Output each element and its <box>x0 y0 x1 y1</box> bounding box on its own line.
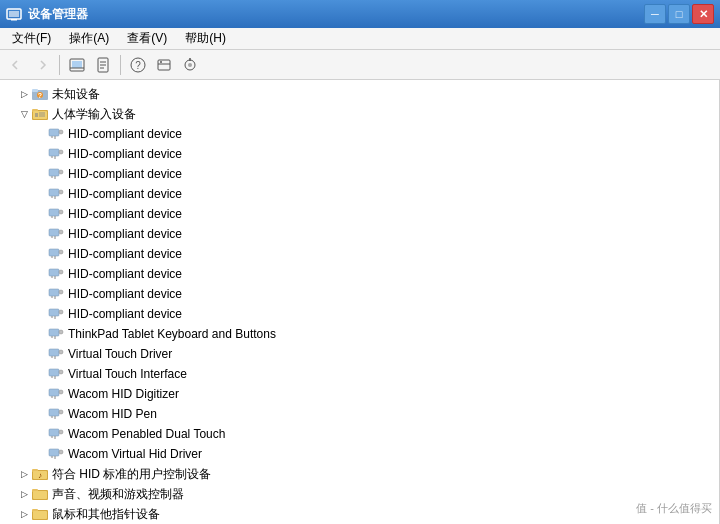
expand-icon-unknown[interactable]: ▷ <box>16 86 32 102</box>
tree-node-wacom-virtual-hid[interactable]: Wacom Penabled Dual Touch <box>0 424 719 444</box>
hid-icon-7 <box>48 247 64 261</box>
svg-rect-56 <box>49 269 59 276</box>
hid-device-icon-3 <box>48 166 64 182</box>
tree-node-hid-9[interactable]: HID-compliant device <box>0 284 719 304</box>
device-tree[interactable]: ▷ ? 未知设备 ▽ <box>0 80 720 524</box>
tree-node-hid-user-control[interactable]: Wacom Virtual Hid Driver <box>0 444 719 464</box>
wacom-dual-touch-icon <box>48 406 64 422</box>
maximize-button[interactable]: □ <box>668 4 690 24</box>
bus-cat-icon <box>32 507 48 521</box>
watermark: 值 - 什么值得买 <box>636 501 712 516</box>
tree-node-hid-3[interactable]: HID-compliant device <box>0 164 719 184</box>
tree-node-mouse[interactable]: ▷ 声音、视频和游戏控制器 <box>0 484 719 504</box>
human-input-category-icon <box>32 106 48 122</box>
back-button[interactable] <box>4 53 28 77</box>
scan-button[interactable] <box>178 53 202 77</box>
tree-node-hid-6[interactable]: HID-compliant device <box>0 224 719 244</box>
svg-point-16 <box>188 63 192 67</box>
tree-node-hid-8[interactable]: HID-compliant device <box>0 264 719 284</box>
hid-device-icon-5 <box>48 206 64 222</box>
hid-user-control-label: Wacom Virtual Hid Driver <box>68 447 202 461</box>
tree-node-wacom-pen[interactable]: Wacom HID Digitizer <box>0 384 719 404</box>
tree-node-human-input[interactable]: ▽ 人体学输入设备 <box>0 104 719 124</box>
hid-icon-9 <box>48 287 64 301</box>
properties-button[interactable] <box>91 53 115 77</box>
title-bar-controls[interactable]: ─ □ ✕ <box>644 4 714 24</box>
tree-node-unknown[interactable]: ▷ ? 未知设备 <box>0 84 719 104</box>
tree-node-wacom-dual-touch[interactable]: Wacom HID Pen <box>0 404 719 424</box>
hid-4-label: HID-compliant device <box>68 187 182 201</box>
help-icon: ? <box>130 57 146 73</box>
tree-node-wacom-digitizer[interactable]: Virtual Touch Interface <box>0 364 719 384</box>
tree-node-hid-5[interactable]: HID-compliant device <box>0 204 719 224</box>
expand-icon-mouse[interactable]: ▷ <box>16 486 32 502</box>
svg-rect-60 <box>49 289 59 296</box>
svg-rect-64 <box>49 309 59 316</box>
category-folder-icon <box>32 107 48 121</box>
tree-node-bus[interactable]: ▷ 鼠标和其他指针设备 <box>0 504 719 524</box>
tree-node-thinkpad-kb[interactable]: HID-compliant device <box>0 304 719 324</box>
svg-point-67 <box>59 310 63 314</box>
menu-help[interactable]: 帮助(H) <box>177 28 234 49</box>
svg-rect-76 <box>49 369 59 376</box>
tree-node-virtual-touch-interface[interactable]: Virtual Touch Driver <box>0 344 719 364</box>
svg-point-14 <box>160 61 162 63</box>
menu-view[interactable]: 查看(V) <box>119 28 175 49</box>
folder-icon-unknown: ? <box>32 86 48 102</box>
update-driver-icon <box>156 57 172 73</box>
svg-text:♪: ♪ <box>38 471 42 480</box>
expand-icon-human-input[interactable]: ▽ <box>16 106 32 122</box>
hid-uc-icon <box>48 447 64 461</box>
forward-icon <box>35 58 49 72</box>
tree-node-hid-7[interactable]: HID-compliant device <box>0 244 719 264</box>
svg-point-39 <box>59 170 63 174</box>
expand-icon-bus[interactable]: ▷ <box>16 506 32 522</box>
forward-button[interactable] <box>30 53 54 77</box>
audio-video-category-icon: ♪ <box>32 466 48 482</box>
svg-rect-80 <box>49 389 59 396</box>
show-all-icon <box>69 57 85 73</box>
menu-action[interactable]: 操作(A) <box>61 28 117 49</box>
audio-video-label: 符合 HID 标准的用户控制设备 <box>52 466 211 483</box>
menu-file[interactable]: 文件(F) <box>4 28 59 49</box>
virtual-touch-driver-label: ThinkPad Tablet Keyboard and Buttons <box>68 327 276 341</box>
virtual-touch-interface-icon <box>48 346 64 362</box>
svg-point-47 <box>59 210 63 214</box>
hid-7-label: HID-compliant device <box>68 247 182 261</box>
svg-rect-36 <box>49 169 59 176</box>
svg-rect-12 <box>158 60 170 70</box>
svg-point-63 <box>59 290 63 294</box>
hid-icon-8 <box>48 267 64 281</box>
unknown-devices-label: 未知设备 <box>52 86 100 103</box>
hid-device-icon-4 <box>48 186 64 202</box>
mouse-label: 声音、视频和游戏控制器 <box>52 486 184 503</box>
close-button[interactable]: ✕ <box>692 4 714 24</box>
tree-node-hid-1[interactable]: HID-compliant device <box>0 124 719 144</box>
tree-node-hid-2[interactable]: HID-compliant device <box>0 144 719 164</box>
svg-rect-40 <box>49 189 59 196</box>
minimize-button[interactable]: ─ <box>644 4 666 24</box>
tree-node-audio-video[interactable]: ▷ ♪ 符合 HID 标准的用户控制设备 <box>0 464 719 484</box>
svg-text:?: ? <box>135 60 141 71</box>
expand-icon-audio-video[interactable]: ▷ <box>16 466 32 482</box>
tree-node-virtual-touch-driver[interactable]: ThinkPad Tablet Keyboard and Buttons <box>0 324 719 344</box>
svg-rect-84 <box>49 409 59 416</box>
title-bar: 设备管理器 ─ □ ✕ <box>0 0 720 28</box>
svg-rect-26 <box>35 113 38 117</box>
help-button[interactable]: ? <box>126 53 150 77</box>
back-icon <box>9 58 23 72</box>
show-all-button[interactable] <box>65 53 89 77</box>
svg-point-55 <box>59 250 63 254</box>
tree-node-hid-4[interactable]: HID-compliant device <box>0 184 719 204</box>
human-input-label: 人体学输入设备 <box>52 106 136 123</box>
hid-8-label: HID-compliant device <box>68 267 182 281</box>
hid-icon <box>48 127 64 141</box>
wacom-digitizer-label: Virtual Touch Interface <box>68 367 187 381</box>
svg-point-43 <box>59 190 63 194</box>
svg-rect-92 <box>49 449 59 456</box>
app-icon <box>6 6 22 22</box>
svg-rect-28 <box>49 129 59 136</box>
svg-rect-1 <box>9 11 19 17</box>
update-driver-button[interactable] <box>152 53 176 77</box>
svg-rect-102 <box>33 491 47 499</box>
